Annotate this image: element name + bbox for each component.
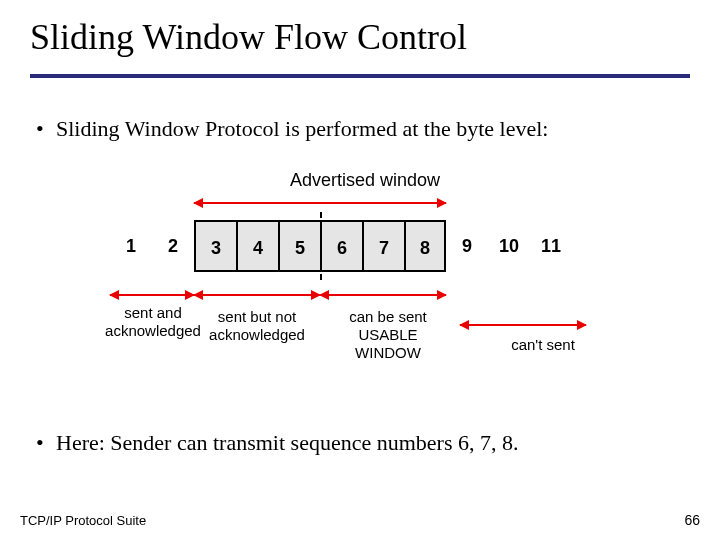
- page-title: Sliding Window Flow Control: [30, 16, 467, 58]
- sent-not-ack-label: sent but not acknowledged: [194, 308, 320, 344]
- seq-cell: 2: [152, 220, 194, 272]
- cant-send-label: can't sent: [480, 336, 606, 354]
- seq-cell: 7: [362, 220, 404, 272]
- sliding-window-diagram: Advertised window 1 2 3 4 5 6 7 8 9 10 1…: [60, 170, 670, 410]
- seq-cell: 6: [320, 220, 362, 272]
- title-underline: [30, 74, 690, 78]
- sent-ack-arrow: [110, 294, 194, 296]
- seq-cell: 10: [488, 220, 530, 272]
- seq-cell: 11: [530, 220, 572, 272]
- page-number: 66: [684, 512, 700, 528]
- advertised-window-label: Advertised window: [60, 170, 670, 191]
- seq-cell: 9: [446, 220, 488, 272]
- bullet-1: Sliding Window Protocol is performed at …: [56, 116, 548, 142]
- sent-pointer-divider: [320, 212, 322, 280]
- usable-window-arrow: [320, 294, 446, 296]
- sent-not-ack-arrow: [194, 294, 320, 296]
- footer-title: TCP/IP Protocol Suite: [20, 513, 146, 528]
- seq-cell: 4: [236, 220, 278, 272]
- cant-send-arrow: [460, 324, 586, 326]
- seq-cell: 3: [194, 220, 236, 272]
- seq-cell: 1: [110, 220, 152, 272]
- seq-cell: 5: [278, 220, 320, 272]
- seq-cell: 8: [404, 220, 446, 272]
- usable-window-label: can be sent USABLE WINDOW: [320, 308, 456, 362]
- advertised-window-arrow: [194, 202, 446, 204]
- bullet-2: Here: Sender can transmit sequence numbe…: [56, 430, 518, 456]
